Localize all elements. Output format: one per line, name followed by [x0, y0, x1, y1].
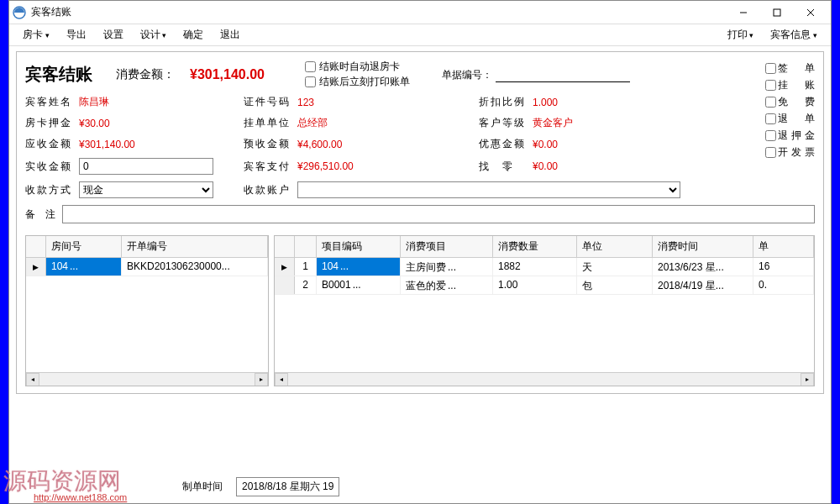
check-invoice[interactable]: 开发票	[765, 145, 818, 160]
check-sign[interactable]: 签 单	[765, 61, 818, 76]
receivable-value: ¥301,140.00	[79, 139, 135, 150]
discount-amt-label: 优惠金额	[479, 137, 526, 151]
guest-name-label: 宾客姓名	[25, 95, 72, 109]
guest-pay-value: ¥296,510.00	[297, 160, 354, 172]
items-th-code[interactable]: 项目编码	[317, 236, 401, 257]
fields-grid: 宾客姓名陈昌琳 证件号码123 折扣比例1.000 房卡押金¥30.00 挂单单…	[25, 95, 815, 198]
gua-unit-value: 总经部	[297, 116, 328, 130]
discount-value: 1.000	[533, 97, 558, 108]
pay-method-label: 收款方式	[25, 183, 72, 197]
table-row[interactable]: ▶ 1 104 主房间费 1882 天 2013/6/23 星... 16	[275, 258, 814, 276]
maximize-button[interactable]	[760, 3, 794, 23]
guest-name-value: 陈昌琳	[79, 95, 109, 109]
bill-cell[interactable]: BKKD201306230000...	[122, 258, 268, 276]
amount-label: 消费金额：	[116, 67, 175, 82]
items-th-qty[interactable]: 消费数量	[493, 236, 577, 257]
discount-label: 折扣比例	[479, 95, 526, 109]
items-table: 项目编码 消费项目 消费数量 单位 消费时间 单 ▶ 1 104 主房间费	[274, 235, 815, 386]
pay-account-label: 收款账户	[244, 183, 291, 197]
menu-confirm[interactable]: 确定	[176, 26, 210, 44]
deposit-label: 房卡押金	[25, 116, 72, 130]
change-value: ¥0.00	[533, 160, 558, 172]
main-panel: 签 单 挂 账 免 费 退 单 退押金 开发票 宾客结账 消费金额： ¥301,…	[16, 51, 824, 394]
guest-pay-label: 宾客支付	[244, 160, 291, 174]
row-indicator	[275, 276, 295, 294]
check-credit[interactable]: 挂 账	[765, 78, 818, 92]
deposit-value: ¥30.00	[79, 118, 110, 129]
bill-options: 结账时自动退房卡 结账后立刻打印账单	[305, 59, 410, 90]
check-print-bill[interactable]: 结账后立刻打印账单	[305, 75, 410, 89]
bill-number-label: 单据编号：	[442, 68, 492, 82]
id-no-value: 123	[297, 97, 314, 108]
menu-design[interactable]: 设计	[134, 26, 174, 44]
footer-bar: 制单时间 2018/8/18 星期六 19	[9, 474, 348, 500]
rooms-th-bill[interactable]: 开单编号	[122, 236, 268, 257]
menu-settings[interactable]: 设置	[97, 26, 130, 44]
actual-input[interactable]	[79, 158, 213, 175]
titlebar: 宾客结账	[9, 1, 831, 24]
app-icon	[13, 6, 26, 19]
remark-label: 备 注	[25, 207, 55, 222]
maker-time-label: 制单时间	[182, 480, 223, 494]
prepay-label: 预收金额	[244, 137, 291, 151]
check-free[interactable]: 免 费	[765, 95, 818, 109]
gua-unit-label: 挂单单位	[244, 116, 291, 130]
scrollbar-horizontal[interactable]: ◂▸	[26, 372, 268, 386]
bill-number-field: 单据编号：	[442, 67, 630, 82]
app-window: 宾客结账 房卡 导出 设置 设计 确定 退出 打印 宾客信息 签 单 挂 账 免…	[8, 0, 832, 504]
tables-row: 房间号 开单编号 ▶ 104 BKKD201306230000... ◂▸	[25, 235, 815, 386]
items-th-unit[interactable]: 单位	[577, 236, 653, 257]
rooms-th-room[interactable]: 房间号	[46, 236, 122, 257]
menu-print[interactable]: 打印	[721, 26, 761, 44]
remark-input[interactable]	[62, 205, 815, 223]
prepay-value: ¥4,600.00	[297, 139, 342, 150]
receivable-label: 应收金额	[25, 137, 72, 151]
cust-level-value: 黄金客户	[533, 116, 573, 130]
check-auto-return-card[interactable]: 结账时自动退房卡	[305, 60, 410, 74]
maker-time-value: 2018/8/18 星期六 19	[236, 477, 339, 496]
cust-level-label: 客户等级	[479, 116, 526, 130]
items-th-item[interactable]: 消费项目	[401, 236, 493, 257]
svg-rect-2	[774, 9, 780, 16]
check-refund[interactable]: 退 单	[765, 112, 818, 126]
actual-label: 实收金额	[25, 160, 72, 174]
id-no-label: 证件号码	[244, 95, 291, 109]
pay-account-select[interactable]	[297, 181, 680, 198]
close-button[interactable]	[794, 3, 827, 23]
items-th-time[interactable]: 消费时间	[653, 236, 753, 257]
row-indicator: ▶	[26, 258, 46, 276]
menu-guest-info[interactable]: 宾客信息	[764, 26, 824, 44]
table-row[interactable]: 2 B0001 蓝色的爱 1.00 包 2018/4/19 星... 0.	[275, 276, 814, 295]
menu-export[interactable]: 导出	[60, 26, 93, 44]
minimize-button[interactable]	[727, 3, 760, 23]
bill-number-value[interactable]	[496, 67, 630, 82]
remark-row: 备 注	[25, 205, 815, 223]
table-row[interactable]: ▶ 104 BKKD201306230000...	[26, 258, 268, 276]
window-title: 宾客结账	[31, 5, 727, 19]
panel-title: 宾客结账	[25, 63, 92, 86]
header-row: 宾客结账 消费金额： ¥301,140.00 结账时自动退房卡 结账后立刻打印账…	[25, 59, 815, 90]
items-th-extra[interactable]: 单	[753, 236, 814, 257]
menubar: 房卡 导出 设置 设计 确定 退出 打印 宾客信息	[9, 24, 831, 46]
side-check-group: 签 单 挂 账 免 费 退 单 退押金 开发票	[765, 59, 818, 162]
row-indicator: ▶	[275, 258, 295, 276]
menu-room-card[interactable]: 房卡	[16, 26, 56, 44]
pay-method-select[interactable]: 现金	[79, 181, 213, 198]
discount-amt-value: ¥0.00	[533, 139, 558, 150]
rooms-table: 房间号 开单编号 ▶ 104 BKKD201306230000... ◂▸	[25, 235, 269, 386]
amount-value: ¥301,140.00	[190, 67, 265, 82]
room-cell[interactable]: 104	[46, 258, 122, 276]
change-label: 找 零	[479, 160, 526, 174]
content-area: 签 单 挂 账 免 费 退 单 退押金 开发票 宾客结账 消费金额： ¥301,…	[9, 46, 831, 399]
check-return-deposit[interactable]: 退押金	[765, 129, 818, 143]
scrollbar-horizontal[interactable]: ◂▸	[275, 372, 814, 386]
menu-exit[interactable]: 退出	[213, 26, 247, 44]
items-th-idx[interactable]	[295, 236, 317, 257]
